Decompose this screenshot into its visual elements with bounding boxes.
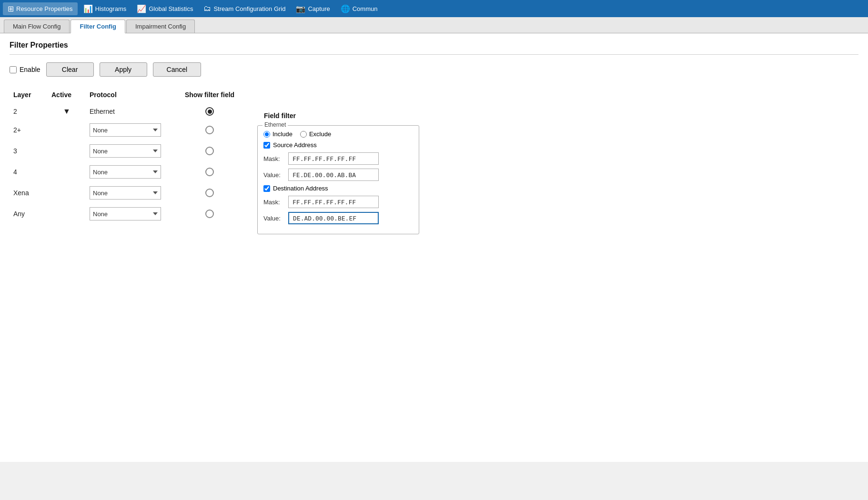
nav-item-resource-properties[interactable]: ⊞ Resource Properties [3,2,78,15]
nav-item-global-statistics[interactable]: 📈 Global Statistics [132,2,198,15]
include-label: Include [273,130,293,138]
exclude-radio-label[interactable]: Exclude [300,130,331,138]
filter-controls-row: Enable Clear Apply Cancel [10,62,858,77]
show-filter-radio-4[interactable] [205,189,214,197]
col-header-show-filter-field: Show filter field [172,88,248,103]
enable-checkbox[interactable] [10,66,17,73]
show-filter-radio-0[interactable] [205,107,214,116]
stream-config-icon: 🗂 [203,4,211,13]
source-address-checkbox-label[interactable]: Source Address [263,141,413,149]
source-value-row: Value: [263,169,413,181]
protocol-select-5[interactable]: NoneEthernetIPv4IPv6TCPUDP [90,207,161,220]
table-row: 4 NoneEthernetIPv4IPv6TCPUDP [10,161,248,182]
dest-address-checkbox[interactable] [263,185,270,192]
nav-item-label: Stream Configuration Grid [213,5,285,12]
dest-address-label: Destination Address [273,185,328,192]
cell-radio-5[interactable] [172,206,248,222]
include-radio[interactable] [263,131,270,138]
protocol-select-2[interactable]: NoneEthernetIPv4IPv6TCPUDP [90,144,161,158]
nav-item-capture[interactable]: 📷 Capture [291,2,334,15]
dest-value-input[interactable] [288,212,379,224]
show-filter-radio-2[interactable] [205,147,214,155]
protocol-select-4[interactable]: NoneEthernetIPv4IPv6TCPUDP [90,186,161,200]
nav-item-label: Resource Properties [16,5,73,12]
divider [10,54,858,55]
capture-icon: 📷 [296,4,305,13]
protocol-select-1[interactable]: NoneEthernetIPv4IPv6TCPUDP [90,123,161,137]
cell-layer-3: 4 [10,164,48,180]
groupbox-legend: Ethernet [262,121,288,128]
exclude-radio[interactable] [300,131,307,138]
cell-active-4 [48,189,86,197]
cell-radio-0[interactable] [172,103,248,120]
nav-item-label: Histograms [95,5,127,12]
tab-main-flow-config[interactable]: Main Flow Config [4,20,70,33]
dest-mask-input[interactable] [288,196,379,208]
cell-active-3 [48,168,86,176]
cell-layer-4: Xena [10,185,48,200]
dest-mask-row: Mask: [263,196,413,208]
cell-protocol-5: NoneEthernetIPv4IPv6TCPUDP [86,203,172,224]
dest-value-label: Value: [263,215,283,222]
table-row: Any NoneEthernetIPv4IPv6TCPUDP [10,203,248,224]
dest-value-row: Value: [263,212,413,224]
nav-item-community[interactable]: 🌐 Commun [336,2,383,15]
histograms-icon: 📊 [83,4,93,13]
nav-item-stream-config[interactable]: 🗂 Stream Configuration Grid [199,2,290,15]
col-header-protocol: Protocol [86,88,172,103]
cell-protocol-2: NoneEthernetIPv4IPv6TCPUDP [86,140,172,161]
resource-properties-icon: ⊞ [8,4,14,13]
show-filter-radio-5[interactable] [205,210,214,218]
nav-item-label: Commun [353,5,378,12]
page-title: Filter Properties [10,41,858,50]
source-address-checkbox[interactable] [263,142,270,149]
cell-radio-3[interactable] [172,164,248,180]
apply-button[interactable]: Apply [100,62,147,77]
tab-filter-config[interactable]: Filter Config [71,20,125,33]
table-row: 2 ▼ Ethernet [10,103,248,120]
protocol-select-3[interactable]: NoneEthernetIPv4IPv6TCPUDP [90,165,161,179]
source-value-input[interactable] [288,169,379,181]
clear-button[interactable]: Clear [46,62,94,77]
active-funnel-icon: ▼ [63,107,71,116]
community-icon: 🌐 [341,4,350,13]
top-nav-bar: ⊞ Resource Properties 📊 Histograms 📈 Glo… [0,0,868,17]
col-header-layer: Layer [10,88,48,103]
cell-radio-1[interactable] [172,122,248,138]
cell-layer-2: 3 [10,143,48,159]
nav-item-histograms[interactable]: 📊 Histograms [79,2,131,15]
table-row: 2+ NoneEthernetIPv4IPv6TCPUDP [10,120,248,140]
main-content: Filter Properties Enable Clear Apply Can… [0,33,868,462]
include-radio-label[interactable]: Include [263,130,293,138]
field-filter-groupbox: Ethernet Include Exclude Source Addres [257,125,419,234]
left-panel: Layer Active Protocol Show filter field … [10,88,248,224]
cell-layer-0: 2 [10,104,48,119]
show-filter-radio-3[interactable] [205,168,214,176]
cell-layer-5: Any [10,206,48,221]
show-filter-radio-1[interactable] [205,126,214,134]
include-exclude-row: Include Exclude [263,130,413,138]
cell-radio-2[interactable] [172,143,248,159]
cell-active-0: ▼ [48,103,86,120]
enable-checkbox-label[interactable]: Enable [10,66,40,73]
source-mask-input[interactable] [288,152,379,165]
cell-active-5 [48,210,86,218]
col-header-active: Active [48,88,86,103]
cancel-button[interactable]: Cancel [153,62,202,77]
cell-protocol-4: NoneEthernetIPv4IPv6TCPUDP [86,182,172,203]
dest-mask-label: Mask: [263,199,283,206]
global-statistics-icon: 📈 [137,4,146,13]
source-address-label: Source Address [273,141,317,149]
cell-protocol-1: NoneEthernetIPv4IPv6TCPUDP [86,120,172,140]
cell-radio-4[interactable] [172,185,248,201]
source-mask-label: Mask: [263,155,283,162]
source-mask-row: Mask: [263,152,413,165]
table-row: Xena NoneEthernetIPv4IPv6TCPUDP [10,182,248,203]
cell-protocol-3: NoneEthernetIPv4IPv6TCPUDP [86,161,172,182]
table-headers: Layer Active Protocol Show filter field [10,88,248,103]
table-row: 3 NoneEthernetIPv4IPv6TCPUDP [10,140,248,161]
tab-impairment-config[interactable]: Impairment Config [126,20,195,33]
dest-address-checkbox-label[interactable]: Destination Address [263,185,413,192]
tab-bar: Main Flow Config Filter Config Impairmen… [0,17,868,33]
right-panel: Field filter Ethernet Include Exclude [257,109,419,234]
